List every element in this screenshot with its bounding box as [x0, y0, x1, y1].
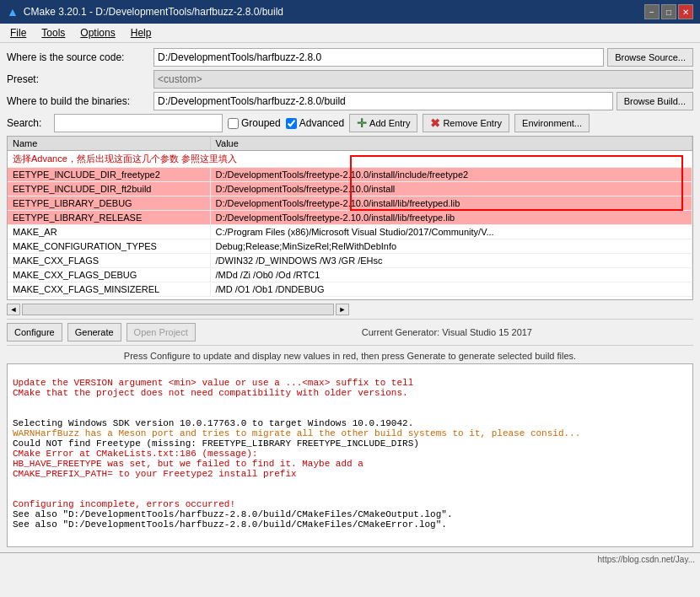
table-row[interactable]: MAKE_CXX_FLAGS_MINSIZEREL/MD /O1 /Ob1 /D… — [8, 282, 692, 297]
title-bar: ▲ CMake 3.20.1 - D:/DevelopmentTools/har… — [0, 0, 700, 24]
col-name-header: Name — [8, 137, 210, 151]
log-line: Selecting Windows SDK version 10.0.17763… — [13, 418, 687, 428]
build-input[interactable] — [153, 92, 613, 110]
search-label: Search: — [7, 117, 49, 129]
build-row: Where to build the binaries: Browse Buil… — [7, 92, 693, 110]
remove-entry-button[interactable]: ✖ Remove Entry — [423, 114, 509, 132]
log-line: HB_HAVE_FREETYPE was set, but we failed … — [13, 459, 687, 469]
log-line — [13, 479, 687, 489]
cell-name: EETYPE_INCLUDE_DIR_freetype2 — [8, 168, 210, 182]
generator-label: Current Generator: Visual Studio 15 2017 — [201, 327, 693, 337]
table-scrollbar-row: ◄ ► — [7, 304, 693, 315]
log-line: WARNHarfBuzz has a Meson port and tries … — [13, 428, 687, 438]
advanced-checkbox[interactable] — [286, 118, 297, 129]
remove-entry-label: Remove Entry — [443, 118, 502, 128]
preset-row: Preset: — [7, 70, 693, 89]
scroll-left-button[interactable]: ◄ — [7, 304, 20, 315]
search-row: Search: Grouped Advanced ✛ Add Entry ✖ R… — [7, 114, 693, 132]
log-line: See also "D:/DevelopmentTools/harfbuzz-2… — [13, 519, 687, 530]
table-row[interactable]: MAKE_CXX_FLAGS/DWIN32 /D_WINDOWS /W3 /GR… — [8, 254, 692, 268]
table-row[interactable]: EETYPE_INCLUDE_DIR_ft2buildD:/Developmen… — [8, 182, 692, 196]
scroll-right-button[interactable]: ► — [336, 304, 349, 315]
log-line: Could NOT find Freetype (missing: FREETY… — [13, 438, 687, 449]
cell-value: D:/DevelopmentTools/freetype-2.10.0/inst… — [210, 211, 692, 225]
cell-value: Debug;Release;MinSizeRel;RelWithDebInfo — [210, 239, 692, 254]
cell-value: D:/DevelopmentTools/freetype-2.10.0/inst… — [210, 182, 692, 196]
table-row[interactable]: MAKE_ARC:/Program Files (x86)/Microsoft … — [8, 225, 692, 239]
cell-name: EETYPE_LIBRARY_DEBUG — [8, 196, 210, 211]
table-row[interactable]: EETYPE_INCLUDE_DIR_freetype2D:/Developme… — [8, 168, 692, 182]
cell-name: MAKE_CONFIGURATION_TYPES — [8, 239, 210, 254]
log-line — [13, 368, 687, 378]
add-entry-button[interactable]: ✛ Add Entry — [349, 114, 417, 132]
log-line: See also "D:/DevelopmentTools/harfbuzz-2… — [13, 509, 687, 519]
cell-name: MAKE_CXX_FLAGS — [8, 254, 210, 268]
menu-help[interactable]: Help — [124, 25, 159, 40]
cell-name: MAKE_CXX_FLAGS_DEBUG — [8, 268, 210, 282]
cell-value: C:/Program Files (x86)/Microsoft Visual … — [210, 225, 692, 239]
table-row[interactable]: MAKE_CONFIGURATION_TYPESDebug;Release;Mi… — [8, 239, 692, 254]
app-icon: ▲ — [7, 5, 19, 19]
status-url: https://blog.csdn.net/Jay... — [598, 555, 695, 564]
source-row: Where is the source code: Browse Source.… — [7, 48, 693, 67]
cell-name: EETYPE_INCLUDE_DIR_ft2build — [8, 182, 210, 196]
add-entry-label: Add Entry — [369, 118, 410, 128]
cell-value: /MDd /Zi /Ob0 /Od /RTC1 — [210, 268, 692, 282]
grouped-label: Grouped — [241, 117, 281, 129]
advanced-checkbox-label[interactable]: Advanced — [286, 117, 344, 129]
main-content: Where is the source code: Browse Source.… — [0, 43, 700, 552]
configure-button[interactable]: Configure — [7, 323, 62, 342]
log-line: Configuring incomplete, errors occurred! — [13, 499, 687, 509]
log-line: CMAKE_PREFIX_PATH= to your Freetype2 ins… — [13, 469, 687, 479]
advanced-label: Advanced — [299, 117, 344, 129]
generate-button[interactable]: Generate — [67, 323, 121, 342]
plus-icon: ✛ — [357, 116, 367, 130]
open-project-button[interactable]: Open Project — [127, 323, 196, 342]
col-value-header: Value — [210, 137, 692, 151]
source-label: Where is the source code: — [7, 51, 150, 63]
cell-name: EETYPE_LIBRARY_RELEASE — [8, 211, 210, 225]
status-bar: https://blog.csdn.net/Jay... — [0, 552, 700, 566]
annotation-text: 选择Advance，然后出现这面这几个参数 参照这里填入 — [13, 153, 237, 164]
preset-input[interactable] — [153, 70, 693, 89]
log-line — [13, 489, 687, 499]
minimize-button[interactable]: − — [644, 4, 660, 19]
close-button[interactable]: ✕ — [678, 4, 693, 19]
browse-build-button[interactable]: Browse Build... — [617, 92, 693, 110]
maximize-button[interactable]: □ — [661, 4, 676, 19]
search-input[interactable] — [54, 114, 223, 132]
log-line: CMake Error at CMakeLists.txt:186 (messa… — [13, 449, 687, 459]
log-area[interactable]: Update the VERSION argument <min> value … — [7, 363, 693, 547]
cell-value: D:/DevelopmentTools/freetype-2.10.0/inst… — [210, 168, 692, 182]
menu-file[interactable]: File — [3, 25, 33, 40]
cell-value: /MD /O1 /Ob1 /DNDEBUG — [210, 282, 692, 297]
cell-value: /DWIN32 /D_WINDOWS /W3 /GR /EHsc — [210, 254, 692, 268]
menubar: File Tools Options Help — [0, 24, 700, 43]
build-label: Where to build the binaries: — [7, 95, 150, 107]
cell-name: MAKE_AR — [8, 225, 210, 239]
grouped-checkbox[interactable] — [228, 118, 239, 129]
menu-options[interactable]: Options — [73, 25, 121, 40]
menu-tools[interactable]: Tools — [35, 25, 72, 40]
window-controls: − □ ✕ — [644, 4, 693, 19]
horizontal-scrollbar[interactable] — [22, 304, 334, 315]
log-line — [13, 408, 687, 418]
cmake-table: Name Value 选择Advance，然后出现这面这几个参数 参照这里填入 … — [7, 136, 693, 300]
annotation-row: 选择Advance，然后出现这面这几个参数 参照这里填入 — [8, 151, 692, 168]
x-icon: ✖ — [430, 116, 440, 130]
environment-button[interactable]: Environment... — [514, 114, 590, 132]
table-row[interactable]: EETYPE_LIBRARY_DEBUGD:/DevelopmentTools/… — [8, 196, 692, 211]
table-row[interactable]: MAKE_CXX_FLAGS_DEBUG/MDd /Zi /Ob0 /Od /R… — [8, 268, 692, 282]
cell-value: D:/DevelopmentTools/freetype-2.10.0/inst… — [210, 196, 692, 211]
grouped-checkbox-label[interactable]: Grouped — [228, 117, 281, 129]
configure-hint-text: Press Configure to update and display ne… — [7, 351, 693, 361]
log-line: Update the VERSION argument <min> value … — [13, 378, 687, 388]
source-input[interactable] — [153, 48, 604, 67]
window-title: CMake 3.20.1 - D:/DevelopmentTools/harfb… — [24, 6, 283, 18]
log-line — [13, 398, 687, 408]
configure-bar: Configure Generate Open Project Current … — [7, 319, 693, 346]
table-row[interactable]: EETYPE_LIBRARY_RELEASED:/DevelopmentTool… — [8, 211, 692, 225]
cell-name: MAKE_CXX_FLAGS_MINSIZEREL — [8, 282, 210, 297]
log-line: CMake that the project does not need com… — [13, 388, 687, 398]
browse-source-button[interactable]: Browse Source... — [607, 48, 693, 67]
